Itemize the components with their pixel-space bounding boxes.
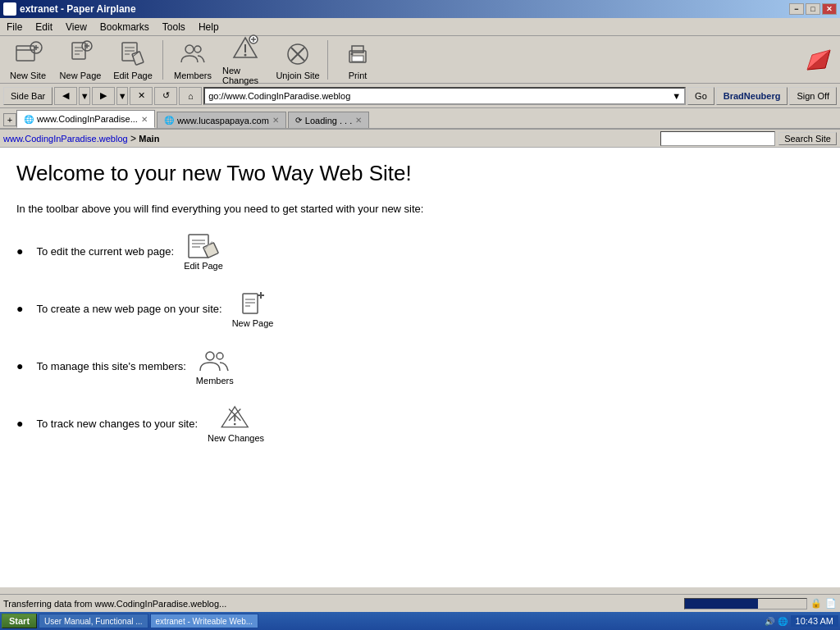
tab-close-1[interactable]: ✕ bbox=[272, 116, 279, 125]
menu-edit[interactable]: Edit bbox=[29, 20, 59, 34]
address-bar: ▼ bbox=[203, 87, 686, 105]
maximize-button[interactable]: □ bbox=[806, 3, 820, 15]
back-button[interactable]: ◀ bbox=[54, 87, 77, 105]
main-content: Welcome to your new Two Way Web Site! In… bbox=[0, 148, 840, 587]
search-input[interactable] bbox=[660, 131, 775, 146]
forward-button[interactable]: ▶ bbox=[92, 87, 115, 105]
unjoin-site-button[interactable]: Unjoin Site bbox=[273, 38, 322, 82]
feature-text-3: To manage this site's members: bbox=[36, 360, 185, 372]
address-dropdown[interactable]: ▼ bbox=[672, 91, 681, 101]
new-changes-button[interactable]: New Changes bbox=[221, 33, 270, 87]
back-dropdown[interactable]: ▼ bbox=[79, 87, 90, 105]
stop-button[interactable]: ✕ bbox=[130, 87, 153, 105]
members-button[interactable]: Members bbox=[168, 38, 217, 82]
logo-button bbox=[797, 40, 837, 80]
svg-rect-30 bbox=[352, 46, 363, 52]
refresh-button[interactable]: ↺ bbox=[154, 87, 177, 105]
feature-text-4: To track new changes to your site: bbox=[36, 418, 198, 430]
svg-rect-41 bbox=[243, 294, 258, 313]
breadcrumb-bar: www.CodingInParadise.weblog > Main Searc… bbox=[0, 130, 840, 148]
menu-tools[interactable]: Tools bbox=[156, 20, 192, 34]
tab-label-2: Loading . . . bbox=[305, 116, 353, 126]
edit-page-label: Edit Page bbox=[113, 71, 153, 80]
new-site-label: New Site bbox=[10, 71, 46, 80]
menu-file[interactable]: File bbox=[0, 20, 29, 34]
bullet-4: ● bbox=[16, 417, 23, 430]
new-changes-label: New Changes bbox=[222, 66, 268, 85]
address-input[interactable] bbox=[208, 91, 672, 101]
go-button[interactable]: Go bbox=[687, 87, 714, 105]
status-text: Transferring data from www.CodingInParad… bbox=[3, 599, 226, 609]
tab-loading-icon: ⟳ bbox=[295, 116, 302, 125]
svg-rect-31 bbox=[352, 56, 363, 62]
status-bar: Transferring data from www.CodingInParad… bbox=[0, 594, 840, 612]
new-changes-feature-icon-block: New Changes bbox=[208, 404, 264, 443]
tab-favicon-1: 🌐 bbox=[164, 116, 174, 125]
taskbar-right: 🔊 🌐 10:43 AM bbox=[765, 615, 838, 627]
new-site-icon bbox=[13, 39, 43, 69]
unjoin-site-label: Unjoin Site bbox=[276, 71, 319, 80]
svg-point-22 bbox=[244, 53, 247, 56]
feature-members: ● To manage this site's members: Members bbox=[16, 346, 824, 386]
svg-rect-0 bbox=[16, 46, 34, 61]
edit-page-icon bbox=[118, 39, 148, 69]
svg-point-19 bbox=[194, 46, 201, 52]
feature-new-changes: ● To track new changes to your site: New… bbox=[16, 404, 824, 443]
print-label: Print bbox=[349, 71, 368, 80]
title-bar: ✈ extranet - Paper Airplane − □ ✕ bbox=[0, 0, 840, 18]
signoff-button[interactable]: Sign Off bbox=[789, 87, 837, 105]
intro-text: In the toolbar above you will find every… bbox=[16, 203, 824, 215]
clock: 10:43 AM bbox=[791, 615, 838, 627]
home-button[interactable]: ⌂ bbox=[179, 87, 202, 105]
tab-2[interactable]: ⟳ Loading . . . ✕ bbox=[288, 112, 370, 128]
members-feature-icon bbox=[199, 346, 231, 376]
add-tab-button[interactable]: + bbox=[3, 113, 16, 126]
svg-point-51 bbox=[233, 423, 235, 426]
tab-close-0[interactable]: ✕ bbox=[141, 115, 148, 124]
user-button[interactable]: BradNeuberg bbox=[716, 87, 788, 105]
window-controls: − □ ✕ bbox=[789, 3, 837, 15]
new-changes-feature-icon bbox=[220, 404, 253, 433]
new-site-button[interactable]: New Site bbox=[3, 38, 52, 82]
taskbar-item-1[interactable]: extranet - Writeable Web... bbox=[150, 614, 259, 628]
new-page-button[interactable]: New Page bbox=[56, 38, 105, 82]
bullet-1: ● bbox=[16, 244, 23, 258]
edit-page-button[interactable]: Edit Page bbox=[108, 38, 158, 82]
tab-close-2[interactable]: ✕ bbox=[355, 116, 362, 125]
search-button[interactable]: Search Site bbox=[778, 132, 837, 145]
tab-favicon-0: 🌐 bbox=[24, 115, 34, 124]
edit-page-feature-icon bbox=[187, 231, 220, 261]
members-icon bbox=[178, 39, 208, 69]
minimize-button[interactable]: − bbox=[789, 3, 804, 15]
svg-rect-16 bbox=[132, 51, 144, 65]
start-button[interactable]: Start bbox=[2, 614, 37, 628]
status-progress bbox=[684, 598, 807, 609]
menu-view[interactable]: View bbox=[59, 20, 94, 34]
print-icon bbox=[343, 39, 372, 69]
members-label: Members bbox=[174, 71, 212, 80]
breadcrumb-site[interactable]: www.CodingInParadise.weblog bbox=[3, 134, 128, 144]
feature-text-1: To edit the current web page: bbox=[36, 245, 174, 258]
feature-text-2: To create a new web page on your site: bbox=[36, 303, 221, 315]
tabs-bar: + 🌐 www.CodingInParadise... ✕ 🌐 www.luca… bbox=[0, 108, 840, 130]
print-button[interactable]: Print bbox=[333, 38, 382, 82]
page-title: Welcome to your new Two Way Web Site! bbox=[16, 161, 824, 186]
members-feature-label: Members bbox=[196, 376, 234, 386]
taskbar-icon-2: 🌐 bbox=[778, 617, 788, 626]
bullet-3: ● bbox=[16, 359, 23, 372]
menu-bookmarks[interactable]: Bookmarks bbox=[94, 20, 156, 34]
edit-page-feature-icon-block: Edit Page bbox=[184, 231, 223, 271]
unjoin-site-icon bbox=[283, 39, 313, 69]
forward-dropdown[interactable]: ▼ bbox=[116, 87, 128, 105]
status-icons: 🔒 📄 bbox=[810, 598, 837, 609]
tab-1[interactable]: 🌐 www.lucaspapaya.com ✕ bbox=[157, 112, 286, 128]
svg-point-47 bbox=[206, 352, 214, 360]
new-page-label: New Page bbox=[60, 71, 102, 80]
breadcrumb: www.CodingInParadise.weblog > Main bbox=[3, 133, 159, 144]
taskbar-item-0[interactable]: User Manual, Functional ... bbox=[39, 614, 148, 628]
tab-0[interactable]: 🌐 www.CodingInParadise... ✕ bbox=[16, 110, 155, 128]
svg-point-48 bbox=[217, 353, 223, 359]
close-button[interactable]: ✕ bbox=[822, 3, 837, 15]
toolbar-separator-2 bbox=[327, 40, 328, 80]
sidebar-button[interactable]: Side Bar bbox=[3, 87, 52, 105]
